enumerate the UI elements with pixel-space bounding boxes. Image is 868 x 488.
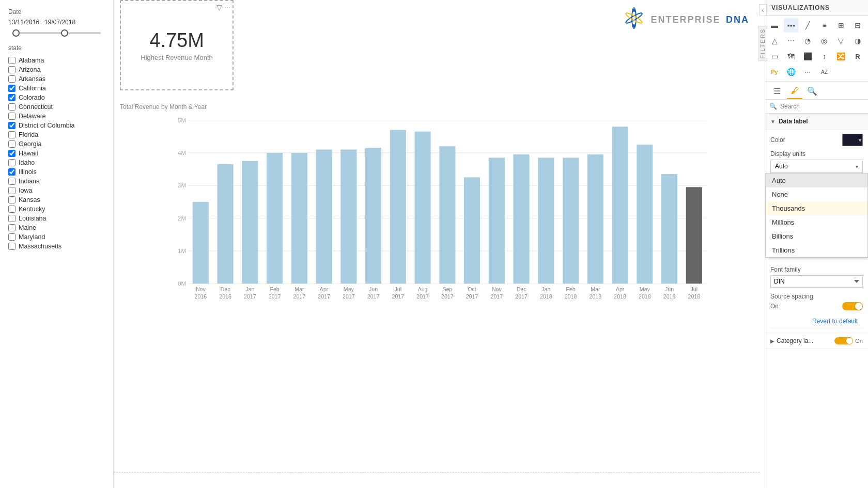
more-icon[interactable]: ··· [224, 3, 230, 11]
state-name: Louisiana [19, 215, 47, 222]
dropdown-option-millions[interactable]: Millions [766, 215, 867, 229]
viz-column-icon[interactable]: ▪▪▪ [784, 18, 798, 33]
state-checkbox-kentucky[interactable] [8, 206, 16, 213]
category-toggle[interactable] [834, 337, 853, 344]
svg-rect-50 [464, 177, 480, 284]
state-item: Indiana [8, 177, 105, 186]
viz-donut-icon[interactable]: ◎ [817, 34, 831, 48]
svg-text:Nov: Nov [196, 286, 206, 292]
state-checkbox-massachusetts[interactable] [8, 243, 16, 250]
color-swatch[interactable]: ▾ [842, 134, 863, 146]
state-checkbox-connecticut[interactable] [8, 103, 16, 111]
source-spacing-toggle[interactable] [842, 302, 863, 310]
state-checkbox-california[interactable] [8, 85, 16, 92]
viz-line-icon[interactable]: ╱ [800, 18, 815, 33]
dropdown-option-thousands[interactable]: Thousands [766, 201, 867, 215]
svg-text:2018: 2018 [590, 293, 602, 300]
viz-ribbon-icon[interactable]: 🔀 [834, 49, 848, 64]
filters-tab[interactable]: FILTERS [758, 26, 767, 61]
state-checkbox-hawaii[interactable] [8, 150, 16, 157]
viz-scatter-icon[interactable]: ⋯ [784, 34, 798, 48]
svg-rect-53 [489, 158, 505, 284]
dashed-divider [114, 472, 760, 473]
viz-pie-icon[interactable]: ◔ [800, 34, 815, 48]
dropdown-option-trillions[interactable]: Trillions [766, 243, 867, 257]
svg-text:2018: 2018 [663, 293, 676, 300]
viz-area-icon[interactable]: △ [767, 34, 782, 48]
viz-bar-icon[interactable]: ▬ [767, 18, 782, 33]
state-checkbox-iowa[interactable] [8, 187, 16, 194]
state-checkbox-arkansas[interactable] [8, 75, 16, 83]
state-checkbox-kansas[interactable] [8, 196, 16, 203]
svg-text:2017: 2017 [515, 293, 528, 300]
dropdown-option-auto[interactable]: Auto [766, 174, 867, 187]
svg-text:Apr: Apr [320, 286, 329, 292]
viz-map-icon[interactable]: 🗺 [784, 49, 798, 64]
state-checkbox-illinois[interactable] [8, 168, 16, 176]
svg-rect-35 [340, 150, 357, 284]
viz-funnel-icon[interactable]: ▽ [834, 34, 848, 48]
state-item: Connecticut [8, 102, 105, 112]
viz-az-icon[interactable]: AZ [817, 65, 831, 79]
visualizations-header: VISUALIZATIONS [765, 0, 868, 16]
viz-more-icon[interactable]: ··· [800, 65, 815, 79]
svg-text:Oct: Oct [468, 286, 476, 292]
svg-rect-47 [439, 146, 455, 284]
state-item: Idaho [8, 158, 105, 167]
state-checkbox-maryland[interactable] [8, 233, 16, 241]
viz-bar2-icon[interactable]: ≡ [817, 18, 831, 33]
state-checkbox-georgia[interactable] [8, 140, 16, 148]
state-checkbox-colorado[interactable] [8, 94, 16, 101]
state-name: Iowa [19, 187, 32, 194]
date-start: 13/11/2016 [8, 19, 39, 26]
svg-text:Mar: Mar [591, 286, 600, 292]
slider-thumb-right[interactable] [61, 29, 68, 37]
search-input[interactable] [780, 103, 864, 110]
svg-text:Sep: Sep [442, 286, 452, 292]
viz-card-icon[interactable]: ▭ [767, 49, 782, 64]
date-range: 13/11/2016 19/07/2018 [8, 19, 105, 26]
dropdown-option-billions[interactable]: Billions [766, 229, 867, 243]
state-checkbox-delaware[interactable] [8, 113, 16, 120]
dropdown-option-none[interactable]: None [766, 187, 867, 201]
viz-r-icon[interactable]: R [850, 49, 865, 64]
state-checkbox-alabama[interactable] [8, 57, 16, 64]
viz-icon-grid-1: ▬ ▪▪▪ ╱ ≡ ⊞ ⊟ △ ⋯ ◔ ◎ ▽ ◑ ▭ 🗺 ⬛ ↕ 🔀 R Py… [765, 16, 868, 82]
data-label-header[interactable]: ▼ Data label [765, 114, 868, 130]
viz-treemap-icon[interactable]: ⬛ [800, 49, 815, 64]
svg-text:2017: 2017 [441, 293, 454, 300]
tab-analytics[interactable]: 🔍 [804, 84, 820, 99]
tab-fields[interactable]: ☰ [769, 84, 785, 99]
viz-matrix-icon[interactable]: ⊟ [850, 18, 865, 33]
svg-rect-29 [291, 153, 307, 284]
state-checkbox-florida[interactable] [8, 131, 16, 138]
svg-rect-17 [193, 202, 209, 284]
font-family-select[interactable]: DIN [770, 275, 863, 288]
source-spacing-value: On [770, 303, 779, 310]
revert-button[interactable]: Revert to default [770, 314, 863, 328]
viz-waterfall-icon[interactable]: ↕ [817, 49, 831, 64]
state-checkbox-idaho[interactable] [8, 159, 16, 166]
slider-thumb-left[interactable] [12, 29, 20, 37]
viz-table-icon[interactable]: ⊞ [834, 18, 848, 33]
collapse-panel-button[interactable]: ‹ [759, 4, 767, 15]
filter-icon[interactable]: ▽ [216, 3, 222, 11]
state-checkbox-maine[interactable] [8, 224, 16, 231]
svg-rect-41 [390, 130, 406, 284]
left-sidebar: Date 13/11/2016 19/07/2018 state Alabama… [0, 0, 114, 488]
category-label-section[interactable]: ▶ Category la... On [765, 333, 868, 349]
state-checkbox-arizona[interactable] [8, 66, 16, 73]
state-checkbox-district-of-columbia[interactable] [8, 122, 16, 129]
svg-text:2016: 2016 [219, 293, 231, 300]
chart-area: ▽ ··· 4.75M Highest Revenue Month ENTERP… [114, 0, 765, 488]
viz-gauge-icon[interactable]: ◑ [850, 34, 865, 48]
state-checkbox-indiana[interactable] [8, 178, 16, 185]
viz-python-icon[interactable]: Py [767, 65, 782, 79]
state-item: Kansas [8, 195, 105, 204]
date-slider[interactable] [12, 32, 101, 34]
state-checkbox-louisiana[interactable] [8, 215, 16, 222]
display-units-trigger[interactable]: Auto ▾ [770, 160, 863, 173]
viz-decomp-icon[interactable]: 🌐 [784, 65, 798, 79]
tab-format[interactable]: 🖌 [787, 84, 802, 99]
state-item: Kentucky [8, 204, 105, 214]
